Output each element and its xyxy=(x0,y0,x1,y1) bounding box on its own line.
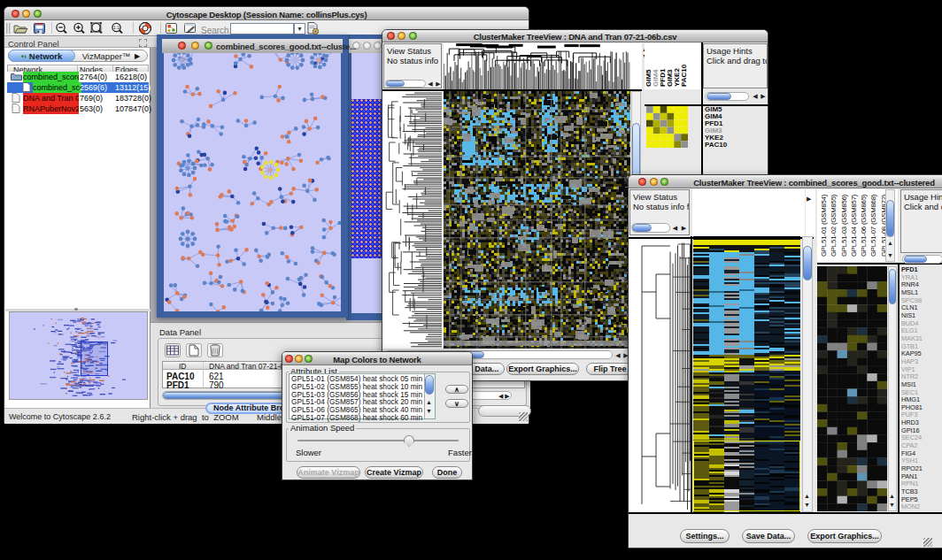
svg-text:1:1: 1:1 xyxy=(113,25,120,30)
